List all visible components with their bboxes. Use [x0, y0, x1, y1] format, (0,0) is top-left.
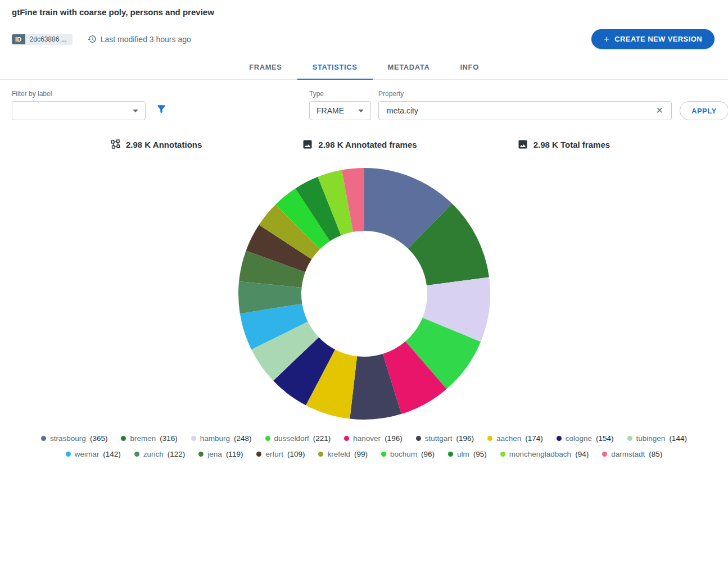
- tab-bar: FRAMES STATISTICS METADATA INFO: [0, 53, 728, 80]
- legend-label: erfurt: [265, 450, 283, 458]
- page-title: gtFine train with coarse poly, persons a…: [12, 7, 716, 17]
- total-frames-stat: 2.98 K Total frames: [517, 139, 610, 150]
- create-new-version-label: CREATE NEW VERSION: [614, 35, 702, 43]
- label-filter-select[interactable]: [12, 101, 146, 120]
- legend-dot: [416, 436, 421, 441]
- filter-icon[interactable]: [156, 103, 167, 117]
- tab-frames[interactable]: FRAMES: [234, 53, 297, 80]
- label-filter-field: Filter by label: [12, 90, 146, 120]
- legend-count: (248): [234, 434, 252, 443]
- chevron-down-icon: [133, 110, 138, 112]
- legend-label: zurich: [143, 450, 164, 458]
- legend-label: weimar: [75, 450, 100, 458]
- image-icon: [517, 139, 528, 150]
- legend-item-tubingen[interactable]: tubingen(144): [627, 434, 687, 443]
- legend-label: dusseldorf: [274, 434, 309, 443]
- legend-count: (109): [287, 450, 305, 458]
- legend-label: ulm: [457, 450, 469, 458]
- legend-dot: [121, 436, 126, 441]
- legend-item-bochum[interactable]: bochum(96): [381, 450, 435, 458]
- dataset-id-chip[interactable]: ID 2dc63886 ...: [12, 34, 73, 45]
- annotations-count: 2.98 K Annotations: [126, 140, 202, 149]
- legend-item-krefeld[interactable]: krefeld(99): [318, 450, 368, 458]
- legend-dot: [448, 452, 453, 457]
- legend-count: (94): [575, 450, 589, 458]
- legend-dot: [66, 452, 71, 457]
- legend-item-cologne[interactable]: cologne(154): [557, 434, 614, 443]
- legend-dot: [381, 452, 386, 457]
- legend-dot: [198, 452, 204, 457]
- legend-row-2: weimar(142)zurich(122)jena(119)erfurt(10…: [0, 450, 728, 458]
- legend-label: strasbourg: [50, 434, 86, 443]
- stats-row: 2.98 K Annotations 2.98 K Annotated fram…: [0, 139, 728, 150]
- clear-icon[interactable]: ✕: [655, 105, 664, 116]
- legend-label: krefeld: [327, 450, 350, 458]
- legend-count: (99): [354, 450, 368, 458]
- legend-label: cologne: [566, 434, 592, 443]
- legend-label: stuttgart: [425, 434, 453, 443]
- legend-item-weimar[interactable]: weimar(142): [66, 450, 121, 458]
- dataset-statistics-page: gtFine train with coarse poly, persons a…: [0, 0, 728, 569]
- legend-item-hamburg[interactable]: hamburg(248): [191, 434, 252, 443]
- tab-metadata[interactable]: METADATA: [373, 53, 445, 80]
- filter-bar: Filter by label Type FRAME Property ✕ AP…: [0, 80, 728, 120]
- legend-count: (144): [669, 434, 687, 443]
- legend-item-monchengladbach[interactable]: monchengladbach(94): [500, 450, 589, 458]
- legend-item-stuttgart[interactable]: stuttgart(196): [416, 434, 474, 443]
- legend-item-ulm[interactable]: ulm(95): [448, 450, 487, 458]
- legend-label: tubingen: [636, 434, 666, 443]
- header: gtFine train with coarse poly, persons a…: [0, 0, 728, 49]
- history-icon: [87, 34, 97, 44]
- legend-label: bochum: [390, 450, 417, 458]
- legend-dot: [557, 436, 562, 441]
- apply-button[interactable]: APPLY: [680, 101, 728, 120]
- id-badge: ID: [12, 34, 25, 44]
- legend-item-strasbourg[interactable]: strasbourg(365): [41, 434, 107, 443]
- property-input[interactable]: [386, 106, 655, 116]
- city-distribution-chart: [0, 167, 728, 421]
- annotations-stat: 2.98 K Annotations: [110, 139, 202, 150]
- legend-item-darmstadt[interactable]: darmstadt(85): [602, 450, 662, 458]
- last-modified: Last modified 3 hours ago: [87, 34, 191, 44]
- tab-statistics[interactable]: STATISTICS: [297, 53, 373, 80]
- annotated-frames-count: 2.98 K Annotated frames: [318, 140, 417, 149]
- chevron-down-icon: [358, 110, 364, 112]
- annotations-icon: [110, 139, 121, 150]
- legend-item-aachen[interactable]: aachen(174): [487, 434, 543, 443]
- legend-dot: [318, 452, 323, 457]
- type-label: Type: [309, 90, 371, 98]
- create-new-version-button[interactable]: + CREATE NEW VERSION: [591, 29, 715, 49]
- legend-dot: [265, 436, 270, 441]
- type-filter-field: Type FRAME: [309, 90, 371, 120]
- legend-item-zurich[interactable]: zurich(122): [134, 450, 186, 458]
- label-filter-label: Filter by label: [12, 90, 146, 98]
- legend-count: (196): [385, 434, 403, 443]
- property-filter-field: Property ✕: [378, 90, 672, 120]
- legend-dot: [191, 436, 196, 441]
- type-select[interactable]: FRAME: [309, 101, 371, 120]
- legend-label: hanover: [353, 434, 381, 443]
- tab-info[interactable]: INFO: [445, 53, 494, 80]
- legend-item-bremen[interactable]: bremen(316): [121, 434, 177, 443]
- legend-count: (174): [525, 434, 543, 443]
- legend-label: bremen: [130, 434, 156, 443]
- property-label: Property: [378, 90, 672, 98]
- legend-dot: [41, 436, 46, 441]
- legend-item-jena[interactable]: jena(119): [198, 450, 243, 458]
- total-frames-count: 2.98 K Total frames: [533, 140, 610, 149]
- legend-item-hanover[interactable]: hanover(196): [344, 434, 402, 443]
- legend-count: (142): [103, 450, 121, 458]
- legend-label: monchengladbach: [509, 450, 571, 458]
- legend-count: (95): [473, 450, 487, 458]
- legend-dot: [602, 452, 607, 457]
- legend-dot: [487, 436, 492, 441]
- legend-label: jena: [207, 450, 222, 458]
- legend-dot: [344, 436, 349, 441]
- legend-item-dusseldorf[interactable]: dusseldorf(221): [265, 434, 331, 443]
- legend-row-1: strasbourg(365)bremen(316)hamburg(248)du…: [0, 434, 728, 443]
- legend-label: darmstadt: [611, 450, 645, 458]
- legend-count: (96): [421, 450, 435, 458]
- legend-item-erfurt[interactable]: erfurt(109): [256, 450, 305, 458]
- legend-label: hamburg: [200, 434, 230, 443]
- id-value: 2dc63886 ...: [25, 34, 73, 45]
